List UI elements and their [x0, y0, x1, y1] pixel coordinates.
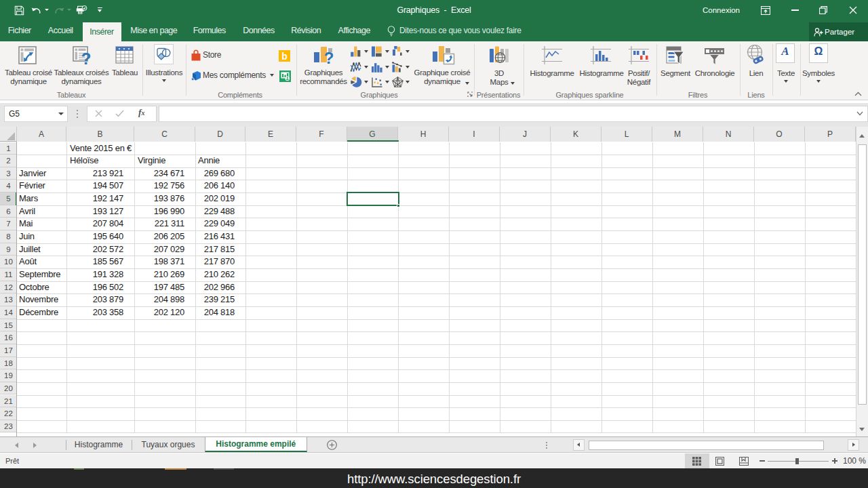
svg-text:?: ?	[81, 49, 92, 66]
svg-text:b: b	[281, 51, 288, 62]
svg-text:?: ?	[324, 49, 334, 65]
